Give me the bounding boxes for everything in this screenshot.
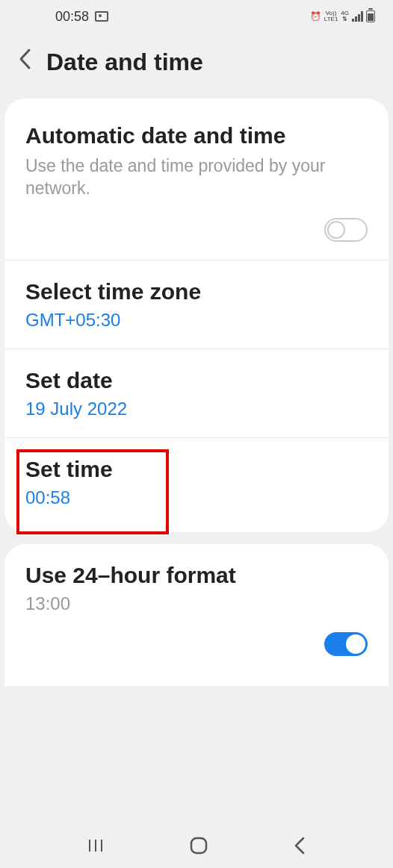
page-title: Date and time (46, 49, 203, 76)
setting-auto-datetime[interactable]: Automatic date and time Use the date and… (4, 99, 389, 260)
status-time: 00:58 (55, 9, 89, 25)
setting-set-time[interactable]: Set time 00:58 (4, 438, 389, 532)
nav-bar (0, 823, 393, 868)
settings-card-1: Automatic date and time Use the date and… (4, 99, 389, 532)
signal-icon (352, 11, 363, 22)
network-label: Vo)) LTE1 (324, 10, 338, 22)
format-24h-example: 13:00 (25, 593, 368, 614)
set-time-title: Set time (25, 456, 368, 483)
svg-rect-3 (191, 838, 206, 853)
status-left: 00:58 (18, 9, 108, 25)
setting-timezone[interactable]: Select time zone GMT+05:30 (4, 260, 389, 349)
recents-icon[interactable] (87, 837, 105, 855)
status-right: ⏰ Vo)) LTE1 4G ⇅ (310, 10, 375, 22)
picture-icon (95, 11, 108, 22)
auto-datetime-title: Automatic date and time (25, 122, 368, 149)
network-4g: 4G ⇅ (341, 10, 349, 22)
format-24h-toggle[interactable] (324, 632, 368, 656)
timezone-value: GMT+05:30 (25, 310, 368, 331)
set-date-value: 19 July 2022 (25, 399, 368, 419)
auto-datetime-toggle[interactable] (324, 218, 368, 242)
set-date-title: Set date (25, 367, 368, 394)
back-nav-icon[interactable] (293, 836, 306, 855)
header: Date and time (0, 33, 393, 99)
settings-card-2: Use 24–hour format 13:00 (4, 544, 389, 686)
status-bar: 00:58 ⏰ Vo)) LTE1 4G ⇅ (0, 0, 393, 33)
home-icon[interactable] (189, 836, 208, 855)
setting-24h-format[interactable]: Use 24–hour format 13:00 (25, 562, 368, 656)
auto-datetime-desc: Use the date and time provided by your n… (25, 155, 368, 200)
setting-set-date[interactable]: Set date 19 July 2022 (4, 349, 389, 438)
format-24h-title: Use 24–hour format (25, 562, 368, 589)
set-time-value: 00:58 (25, 487, 368, 508)
back-icon[interactable] (18, 48, 31, 76)
timezone-title: Select time zone (25, 278, 368, 305)
alarm-icon: ⏰ (310, 11, 321, 22)
battery-icon (366, 10, 375, 22)
